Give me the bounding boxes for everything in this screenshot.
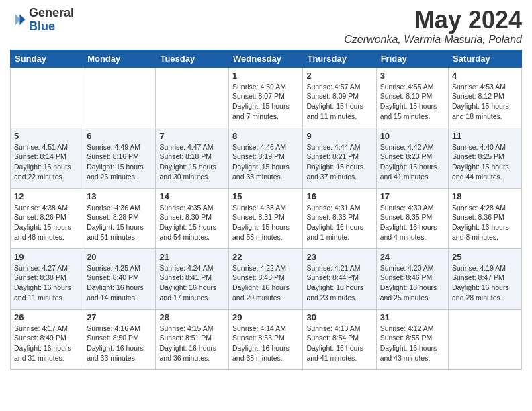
logo-blue-text: Blue (29, 20, 74, 34)
day-header-thursday: Thursday (303, 50, 376, 67)
calendar-cell: 20Sunrise: 4:25 AM Sunset: 8:40 PM Dayli… (83, 248, 156, 309)
day-info: Sunrise: 4:19 AM Sunset: 8:47 PM Dayligh… (452, 263, 518, 303)
day-number: 30 (306, 312, 372, 322)
calendar-cell: 2Sunrise: 4:57 AM Sunset: 8:09 PM Daylig… (303, 67, 376, 128)
day-number: 23 (306, 252, 372, 262)
calendar-cell: 28Sunrise: 4:15 AM Sunset: 8:51 PM Dayli… (156, 309, 229, 369)
calendar-cell: 1Sunrise: 4:59 AM Sunset: 8:07 PM Daylig… (229, 67, 303, 128)
day-number: 2 (306, 71, 372, 81)
day-info: Sunrise: 4:14 AM Sunset: 8:53 PM Dayligh… (232, 324, 299, 363)
day-info: Sunrise: 4:16 AM Sunset: 8:50 PM Dayligh… (87, 324, 152, 363)
day-number: 26 (14, 312, 79, 322)
calendar-cell: 18Sunrise: 4:28 AM Sunset: 8:36 PM Dayli… (449, 188, 522, 248)
day-number: 1 (232, 71, 299, 81)
day-info: Sunrise: 4:31 AM Sunset: 8:33 PM Dayligh… (306, 203, 372, 242)
day-number: 17 (380, 191, 445, 201)
day-number: 7 (159, 131, 225, 141)
day-number: 13 (87, 191, 152, 201)
day-info: Sunrise: 4:21 AM Sunset: 8:44 PM Dayligh… (306, 263, 372, 303)
day-number: 3 (380, 71, 445, 81)
day-info: Sunrise: 4:27 AM Sunset: 8:38 PM Dayligh… (14, 263, 79, 303)
day-header-wednesday: Wednesday (229, 50, 303, 67)
calendar-cell: 24Sunrise: 4:20 AM Sunset: 8:46 PM Dayli… (376, 248, 448, 309)
calendar-cell: 29Sunrise: 4:14 AM Sunset: 8:53 PM Dayli… (229, 309, 303, 369)
day-number: 12 (14, 191, 79, 201)
day-number: 11 (452, 131, 518, 141)
day-number: 22 (232, 252, 299, 262)
day-info: Sunrise: 4:20 AM Sunset: 8:46 PM Dayligh… (380, 263, 445, 303)
calendar-cell: 4Sunrise: 4:53 AM Sunset: 8:12 PM Daylig… (449, 67, 522, 128)
day-info: Sunrise: 4:44 AM Sunset: 8:21 PM Dayligh… (306, 142, 372, 182)
day-number: 9 (306, 131, 372, 141)
day-number: 6 (87, 131, 152, 141)
day-info: Sunrise: 4:33 AM Sunset: 8:31 PM Dayligh… (232, 203, 299, 242)
day-number: 27 (87, 312, 152, 322)
calendar-cell: 14Sunrise: 4:35 AM Sunset: 8:30 PM Dayli… (156, 188, 229, 248)
day-number: 21 (159, 252, 225, 262)
calendar-cell: 9Sunrise: 4:44 AM Sunset: 8:21 PM Daylig… (303, 128, 376, 188)
logo: General Blue (10, 7, 74, 34)
page-header: General Blue May 2024 Czerwonka, Warmia-… (10, 7, 522, 46)
day-info: Sunrise: 4:38 AM Sunset: 8:26 PM Dayligh… (14, 203, 79, 242)
day-info: Sunrise: 4:40 AM Sunset: 8:25 PM Dayligh… (452, 142, 518, 182)
calendar-cell: 5Sunrise: 4:51 AM Sunset: 8:14 PM Daylig… (11, 128, 83, 188)
day-info: Sunrise: 4:24 AM Sunset: 8:41 PM Dayligh… (159, 263, 225, 303)
calendar-cell (449, 309, 522, 369)
day-info: Sunrise: 4:42 AM Sunset: 8:23 PM Dayligh… (380, 142, 445, 182)
day-number: 14 (159, 191, 225, 201)
week-row-5: 26Sunrise: 4:17 AM Sunset: 8:49 PM Dayli… (11, 309, 522, 369)
day-number: 5 (14, 131, 79, 141)
logo-icon (10, 12, 26, 28)
day-info: Sunrise: 4:55 AM Sunset: 8:10 PM Dayligh… (380, 82, 445, 122)
calendar-cell: 11Sunrise: 4:40 AM Sunset: 8:25 PM Dayli… (449, 128, 522, 188)
day-number: 18 (452, 191, 518, 201)
day-info: Sunrise: 4:46 AM Sunset: 8:19 PM Dayligh… (232, 142, 299, 182)
day-header-monday: Monday (83, 50, 156, 67)
day-info: Sunrise: 4:30 AM Sunset: 8:35 PM Dayligh… (380, 203, 445, 242)
day-header-friday: Friday (376, 50, 448, 67)
day-info: Sunrise: 4:57 AM Sunset: 8:09 PM Dayligh… (306, 82, 372, 122)
day-info: Sunrise: 4:13 AM Sunset: 8:54 PM Dayligh… (306, 324, 372, 363)
day-header-sunday: Sunday (11, 50, 83, 67)
day-number: 25 (452, 252, 518, 262)
day-info: Sunrise: 4:35 AM Sunset: 8:30 PM Dayligh… (159, 203, 225, 242)
calendar-cell: 23Sunrise: 4:21 AM Sunset: 8:44 PM Dayli… (303, 248, 376, 309)
day-info: Sunrise: 4:36 AM Sunset: 8:28 PM Dayligh… (87, 203, 152, 242)
day-info: Sunrise: 4:59 AM Sunset: 8:07 PM Dayligh… (232, 82, 299, 122)
calendar-cell (83, 67, 156, 128)
day-info: Sunrise: 4:22 AM Sunset: 8:43 PM Dayligh… (232, 263, 299, 303)
day-info: Sunrise: 4:53 AM Sunset: 8:12 PM Dayligh… (452, 82, 518, 122)
calendar-cell: 12Sunrise: 4:38 AM Sunset: 8:26 PM Dayli… (11, 188, 83, 248)
calendar-body: 1Sunrise: 4:59 AM Sunset: 8:07 PM Daylig… (11, 67, 522, 369)
calendar-cell: 16Sunrise: 4:31 AM Sunset: 8:33 PM Dayli… (303, 188, 376, 248)
day-info: Sunrise: 4:51 AM Sunset: 8:14 PM Dayligh… (14, 142, 79, 182)
day-info: Sunrise: 4:25 AM Sunset: 8:40 PM Dayligh… (87, 263, 152, 303)
day-info: Sunrise: 4:28 AM Sunset: 8:36 PM Dayligh… (452, 203, 518, 242)
day-number: 10 (380, 131, 445, 141)
calendar-cell: 22Sunrise: 4:22 AM Sunset: 8:43 PM Dayli… (229, 248, 303, 309)
calendar-header-row: SundayMondayTuesdayWednesdayThursdayFrid… (11, 50, 522, 67)
day-info: Sunrise: 4:12 AM Sunset: 8:55 PM Dayligh… (380, 324, 445, 363)
calendar-cell: 21Sunrise: 4:24 AM Sunset: 8:41 PM Dayli… (156, 248, 229, 309)
week-row-3: 12Sunrise: 4:38 AM Sunset: 8:26 PM Dayli… (11, 188, 522, 248)
logo-general-text: General (29, 7, 74, 20)
calendar-cell: 31Sunrise: 4:12 AM Sunset: 8:55 PM Dayli… (376, 309, 448, 369)
day-number: 4 (452, 71, 518, 81)
week-row-4: 19Sunrise: 4:27 AM Sunset: 8:38 PM Dayli… (11, 248, 522, 309)
calendar-cell: 13Sunrise: 4:36 AM Sunset: 8:28 PM Dayli… (83, 188, 156, 248)
calendar-cell: 10Sunrise: 4:42 AM Sunset: 8:23 PM Dayli… (376, 128, 448, 188)
calendar-cell: 17Sunrise: 4:30 AM Sunset: 8:35 PM Dayli… (376, 188, 448, 248)
week-row-1: 1Sunrise: 4:59 AM Sunset: 8:07 PM Daylig… (11, 67, 522, 128)
day-number: 19 (14, 252, 79, 262)
calendar-cell: 26Sunrise: 4:17 AM Sunset: 8:49 PM Dayli… (11, 309, 83, 369)
calendar-cell (11, 67, 83, 128)
day-info: Sunrise: 4:49 AM Sunset: 8:16 PM Dayligh… (87, 142, 152, 182)
day-header-saturday: Saturday (449, 50, 522, 67)
calendar-cell: 30Sunrise: 4:13 AM Sunset: 8:54 PM Dayli… (303, 309, 376, 369)
day-number: 28 (159, 312, 225, 322)
calendar-cell: 25Sunrise: 4:19 AM Sunset: 8:47 PM Dayli… (449, 248, 522, 309)
calendar-cell: 3Sunrise: 4:55 AM Sunset: 8:10 PM Daylig… (376, 67, 448, 128)
day-number: 20 (87, 252, 152, 262)
day-number: 31 (380, 312, 445, 322)
day-info: Sunrise: 4:47 AM Sunset: 8:18 PM Dayligh… (159, 142, 225, 182)
